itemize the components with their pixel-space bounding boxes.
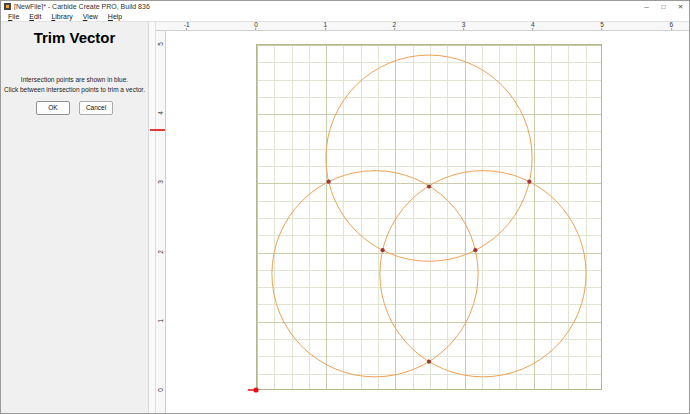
v-ruler-label: 0 xyxy=(157,386,165,395)
ruler-position-marker xyxy=(150,129,165,131)
h-ruler-label: 0 xyxy=(254,22,258,30)
h-ruler-label: -1 xyxy=(184,22,190,30)
menu-file[interactable]: File xyxy=(3,12,24,21)
h-ruler-label: 4 xyxy=(531,22,535,30)
panel-buttons: OK Cancel xyxy=(1,101,148,115)
intersection-point xyxy=(527,180,531,184)
cancel-button[interactable]: Cancel xyxy=(79,101,113,115)
v-ruler-label: 4 xyxy=(157,109,165,118)
h-ruler-label: 5 xyxy=(600,22,604,30)
menu-library[interactable]: Library xyxy=(46,12,77,21)
panel-divider xyxy=(149,22,156,413)
intersection-point xyxy=(473,248,477,252)
vector-circle[interactable] xyxy=(272,171,478,377)
intersection-point xyxy=(427,360,431,364)
intersection-point xyxy=(427,184,431,188)
panel-title: Trim Vector xyxy=(1,29,148,46)
design-canvas[interactable] xyxy=(166,31,689,413)
ok-button[interactable]: OK xyxy=(36,101,70,115)
trim-vector-panel: Trim Vector Intersection points are show… xyxy=(1,22,149,413)
horizontal-ruler: -10123456 xyxy=(156,22,689,31)
menu-help[interactable]: Help xyxy=(103,12,127,21)
workspace: -10123456 543210 xyxy=(156,22,689,413)
vector-layer xyxy=(166,31,689,413)
menu-view[interactable]: View xyxy=(78,12,103,21)
app-icon xyxy=(4,3,11,10)
h-ruler-label: 3 xyxy=(462,22,466,30)
origin-point xyxy=(253,387,258,392)
menu-edit[interactable]: Edit xyxy=(24,12,46,21)
vector-circle[interactable] xyxy=(380,171,586,377)
v-ruler-label: 1 xyxy=(157,316,165,325)
intersection-point xyxy=(381,248,385,252)
intersection-point xyxy=(327,180,331,184)
titlebar: [NewFile]* - Carbide Create PRO, Build 8… xyxy=(1,1,689,12)
v-ruler-label: 2 xyxy=(157,247,165,256)
menubar: FileEditLibraryViewHelp xyxy=(1,12,689,22)
v-ruler-label: 3 xyxy=(157,178,165,187)
maximize-button[interactable]: □ xyxy=(655,1,672,12)
v-ruler-label: 5 xyxy=(157,40,165,49)
main-area: Trim Vector Intersection points are show… xyxy=(1,22,689,413)
vertical-ruler: 543210 xyxy=(156,31,166,413)
window-title: [NewFile]* - Carbide Create PRO, Build 8… xyxy=(14,3,150,10)
instruction-line-2: Click between intersection points to tri… xyxy=(1,86,148,93)
h-ruler-label: 2 xyxy=(393,22,397,30)
close-button[interactable]: ✕ xyxy=(672,1,689,12)
vector-circle[interactable] xyxy=(326,55,532,261)
h-ruler-label: 1 xyxy=(323,22,327,30)
h-ruler-label: 6 xyxy=(669,22,673,30)
minimize-button[interactable]: ─ xyxy=(638,1,655,12)
window-controls: ─ □ ✕ xyxy=(638,1,689,12)
app-window: [NewFile]* - Carbide Create PRO, Build 8… xyxy=(0,0,690,414)
instruction-line-1: Intersection points are shown in blue. xyxy=(1,76,148,83)
workspace-lower: 543210 xyxy=(156,31,689,413)
